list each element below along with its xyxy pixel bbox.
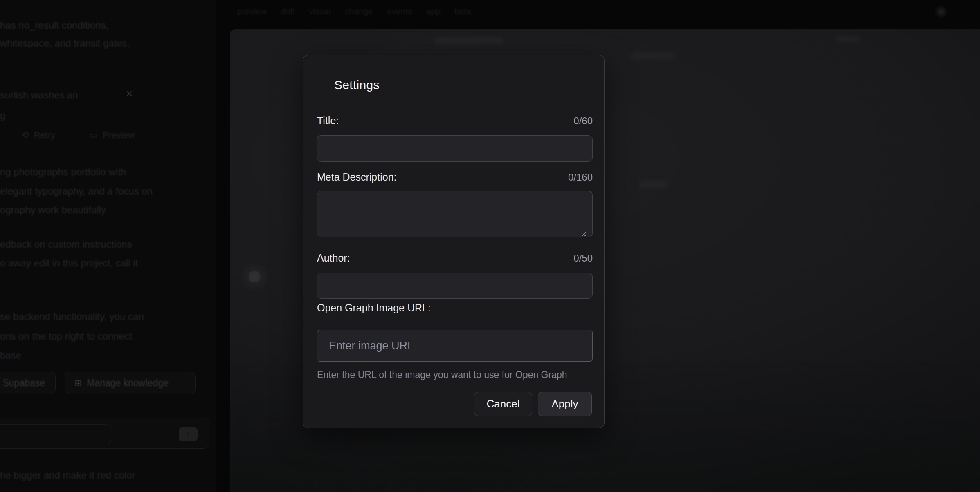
send-button[interactable]: ↑ [179,427,198,441]
chat-message-text: ons on the top right to connect [0,331,132,342]
preview-icon: ▭ [89,130,98,141]
chat-message-text: o away edit in this project, call it [0,257,138,269]
chat-message-text: ography work beautifully [0,204,106,216]
author-input[interactable] [317,273,593,299]
chat-message-text: g [0,110,5,121]
close-icon[interactable]: ✕ [123,87,136,101]
topbar-item[interactable]: drift [281,7,295,16]
topbar-item[interactable]: app [426,7,441,16]
og-image-url-label: Open Graph Image URL: [317,302,431,314]
title-label: Title: [317,115,339,127]
top-bar-menu: preview drift visual change events app b… [237,7,471,16]
topbar-item[interactable]: change [345,7,373,16]
chat-message-text: elegant typography, and a focus on [0,186,153,197]
meta-description-textarea[interactable] [317,191,593,237]
meta-description-counter: 0/160 [568,172,593,183]
topbar-item[interactable]: beta [454,7,471,16]
grid-icon: ⊞ [74,378,82,389]
chat-message-text: whitespace, and transit gates. [0,38,130,49]
og-helper-text: Enter the URL of the image you want to u… [317,369,593,380]
title-counter: 0/60 [573,115,593,127]
retry-label: Retry [34,130,55,141]
retry-button[interactable]: ⟲ Retry [21,130,55,141]
chat-input[interactable] [0,424,111,445]
chat-message-text: he bigger and make it red color [0,470,135,481]
chat-message-text: has no_result conditions, [0,20,109,31]
canvas-text-blob [639,180,668,188]
meta-description-label: Meta Description: [317,171,397,183]
modal-button-row: Cancel Apply [474,392,592,416]
chat-message-text: edback on custom instructions [0,239,132,250]
canvas-text-blob [630,52,675,60]
canvas-text-blob [836,36,860,43]
topbar-item[interactable]: preview [237,7,267,16]
og-image-url-input[interactable] [317,330,593,362]
apply-button[interactable]: Apply [538,392,592,416]
retry-icon: ⟲ [21,130,29,141]
canvas-circle-button[interactable] [239,261,270,292]
topbar-item[interactable]: visual [309,7,331,16]
chat-message-text: surlish washes an [0,89,78,101]
cancel-button[interactable]: Cancel [474,392,532,416]
supabase-chip[interactable]: △ Supabase [0,372,56,394]
title-input[interactable] [317,135,593,162]
modal-title: Settings [334,78,380,92]
supabase-chip-label: Supabase [3,378,45,389]
chat-sidebar: has no_result conditions, whitespace, an… [0,0,216,492]
chat-message-text: ng photographs portfolio with [0,166,126,178]
settings-modal: Settings Title: 0/60 Meta Description: 0… [303,55,605,428]
manage-knowledge-chip[interactable]: ⊞ Manage knowledge [65,372,196,394]
settings-icon[interactable] [934,5,948,19]
preview-button[interactable]: ▭ Preview [89,130,135,141]
divider [316,100,592,100]
author-counter: 0/50 [573,253,593,264]
manage-knowledge-label: Manage knowledge [87,378,168,389]
author-label: Author: [317,252,350,264]
topbar-item[interactable]: events [387,7,412,16]
canvas-text-blob [434,36,503,45]
chat-message-text: base [0,350,21,361]
chat-message-text: se backend functionality, you can [0,311,144,322]
send-icon: ↑ [187,430,190,438]
preview-label: Preview [103,130,135,141]
